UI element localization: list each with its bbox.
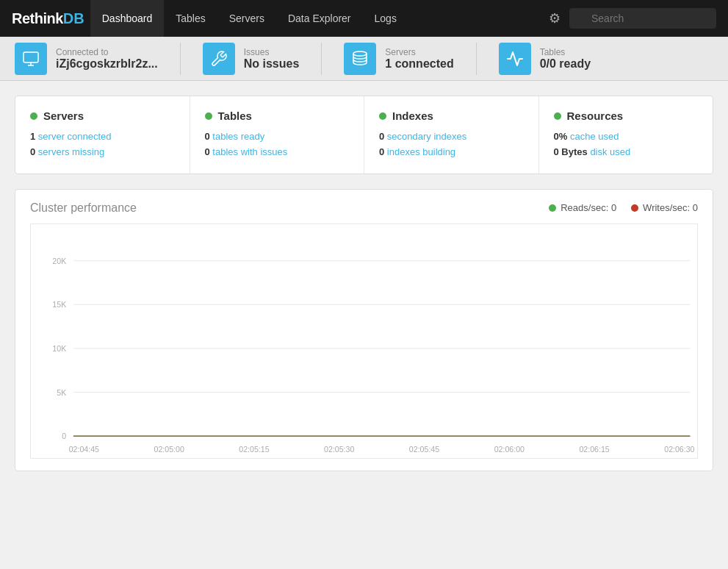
resources-stat-1: 0% cache used bbox=[554, 129, 699, 145]
reads-label: Reads/sec: 0 bbox=[561, 202, 616, 213]
wrench-icon bbox=[203, 43, 235, 75]
servers-status-dot bbox=[30, 112, 37, 120]
indexes-card-title: Indexes bbox=[379, 110, 524, 122]
svg-text:0: 0 bbox=[62, 432, 66, 440]
nav-tables[interactable]: Tables bbox=[164, 0, 217, 37]
tables-text: Tables 0/0 ready bbox=[540, 47, 591, 71]
resources-card-title: Resources bbox=[554, 110, 699, 122]
svg-text:02:05:45: 02:05:45 bbox=[409, 444, 439, 453]
brand-db: DB bbox=[63, 10, 84, 27]
tables-issues-link[interactable]: tables with issues bbox=[212, 146, 287, 157]
search-wrapper: 🔍 bbox=[569, 8, 716, 29]
connected-label: Connected to bbox=[56, 47, 158, 57]
servers-label: Servers bbox=[385, 47, 453, 57]
summary-tables: Tables 0 tables ready 0 tables with issu… bbox=[190, 96, 365, 173]
writes-legend: Writes/sec: 0 bbox=[631, 202, 698, 213]
nav-dashboard[interactable]: Dashboard bbox=[90, 0, 165, 37]
chart-svg: 20K 15K 10K 5K 0 02:04:45 02:05:00 02:05… bbox=[31, 224, 697, 458]
servers-card-title: Servers bbox=[30, 110, 175, 122]
perf-legend: Reads/sec: 0 Writes/sec: 0 bbox=[549, 202, 698, 213]
status-servers: Servers 1 connected bbox=[321, 43, 475, 75]
main-content: Servers 1 server connected 0 servers mis… bbox=[0, 81, 728, 486]
tables-value: 0/0 ready bbox=[540, 57, 591, 71]
resources-stat-2: 0 Bytes disk used bbox=[554, 145, 699, 160]
svg-rect-0 bbox=[24, 52, 38, 62]
settings-icon[interactable]: ⚙ bbox=[540, 0, 569, 37]
indexes-building-link[interactable]: indexes building bbox=[387, 146, 455, 157]
svg-text:02:06:00: 02:06:00 bbox=[494, 444, 525, 453]
servers-connected-link[interactable]: server connected bbox=[38, 131, 112, 142]
performance-chart: 20K 15K 10K 5K 0 02:04:45 02:05:00 02:05… bbox=[30, 223, 698, 459]
summary-servers: Servers 1 server connected 0 servers mis… bbox=[15, 96, 190, 173]
reads-legend: Reads/sec: 0 bbox=[549, 202, 616, 213]
issues-label: Issues bbox=[244, 47, 300, 57]
svg-text:02:04:45: 02:04:45 bbox=[69, 444, 99, 453]
svg-text:02:05:30: 02:05:30 bbox=[324, 444, 354, 453]
svg-text:10K: 10K bbox=[52, 343, 67, 352]
svg-text:5K: 5K bbox=[57, 387, 67, 396]
status-issues: Issues No issues bbox=[180, 43, 322, 75]
tables-stat-2: 0 tables with issues bbox=[205, 145, 350, 160]
status-connected: Connected to iZj6cgoskzrblr2z... bbox=[15, 43, 180, 75]
nav-logs[interactable]: Logs bbox=[363, 0, 408, 37]
servers-text: Servers 1 connected bbox=[385, 47, 453, 71]
svg-text:02:05:00: 02:05:00 bbox=[154, 444, 184, 453]
monitor-icon bbox=[15, 43, 47, 75]
svg-text:15K: 15K bbox=[52, 300, 67, 309]
tables-label: Tables bbox=[540, 47, 591, 57]
connected-value: iZj6cgoskzrblr2z... bbox=[56, 57, 158, 71]
servers-value: 1 connected bbox=[385, 57, 453, 71]
summary-panel: Servers 1 server connected 0 servers mis… bbox=[15, 96, 713, 174]
tables-ready-link[interactable]: tables ready bbox=[212, 131, 264, 142]
secondary-indexes-link[interactable]: secondary indexes bbox=[387, 131, 466, 142]
writes-label: Writes/sec: 0 bbox=[643, 202, 698, 213]
database-icon bbox=[344, 43, 376, 75]
svg-point-3 bbox=[353, 51, 367, 56]
svg-text:02:06:15: 02:06:15 bbox=[579, 444, 609, 453]
cache-used-link[interactable]: cache used bbox=[570, 131, 619, 142]
reads-dot bbox=[549, 204, 556, 212]
svg-text:02:05:15: 02:05:15 bbox=[239, 444, 269, 453]
tables-stat-1: 0 tables ready bbox=[205, 129, 350, 145]
status-tables: Tables 0/0 ready bbox=[476, 43, 613, 75]
brand-logo[interactable]: RethinkDB bbox=[12, 10, 84, 27]
servers-stat-1: 1 server connected bbox=[30, 129, 175, 145]
summary-indexes: Indexes 0 secondary indexes 0 indexes bu… bbox=[364, 96, 539, 173]
disk-used-link[interactable]: disk used bbox=[590, 146, 630, 157]
nav-data-explorer[interactable]: Data Explorer bbox=[276, 0, 363, 37]
svg-text:20K: 20K bbox=[52, 256, 67, 265]
tables-status-dot bbox=[205, 112, 212, 120]
indexes-stat-2: 0 indexes building bbox=[379, 145, 524, 160]
servers-stat-2: 0 servers missing bbox=[30, 145, 175, 160]
indexes-stat-1: 0 secondary indexes bbox=[379, 129, 524, 145]
writes-dot bbox=[631, 204, 638, 212]
performance-panel: Cluster performance Reads/sec: 0 Writes/… bbox=[15, 189, 713, 471]
tables-card-title: Tables bbox=[205, 110, 350, 122]
navbar: RethinkDB Dashboard Tables Servers Data … bbox=[0, 0, 728, 37]
issues-value: No issues bbox=[244, 57, 300, 71]
nav-servers[interactable]: Servers bbox=[217, 0, 276, 37]
resources-status-dot bbox=[554, 112, 561, 120]
summary-resources: Resources 0% cache used 0 Bytes disk use… bbox=[539, 96, 713, 173]
nav-links: Dashboard Tables Servers Data Explorer L… bbox=[90, 0, 540, 37]
perf-title: Cluster performance bbox=[30, 201, 137, 215]
brand-rethink: Rethink bbox=[12, 10, 63, 27]
issues-text: Issues No issues bbox=[244, 47, 300, 71]
connected-text: Connected to iZj6cgoskzrblr2z... bbox=[56, 47, 158, 71]
svg-text:02:06:30: 02:06:30 bbox=[664, 444, 694, 453]
status-bar: Connected to iZj6cgoskzrblr2z... Issues … bbox=[0, 37, 728, 81]
indexes-status-dot bbox=[379, 112, 386, 120]
chart-icon bbox=[499, 43, 531, 75]
perf-header: Cluster performance Reads/sec: 0 Writes/… bbox=[30, 201, 698, 215]
servers-missing-link[interactable]: servers missing bbox=[38, 146, 104, 157]
search-input[interactable] bbox=[569, 8, 716, 29]
